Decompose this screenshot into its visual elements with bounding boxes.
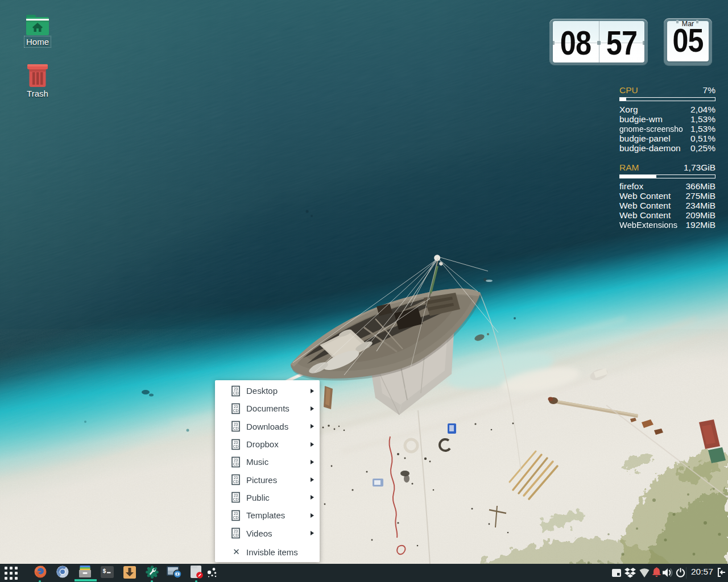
svg-text:23: 23: [234, 458, 238, 462]
svg-text:CD: CD: [233, 533, 239, 537]
svg-text:23: 23: [234, 476, 238, 480]
svg-text:23: 23: [234, 511, 238, 515]
svg-text:23: 23: [234, 440, 238, 444]
svg-text:CD: CD: [233, 480, 239, 484]
svg-text:23: 23: [234, 386, 238, 390]
svg-text:CD: CD: [233, 516, 239, 519]
svg-text:23: 23: [234, 422, 238, 426]
svg-text:23: 23: [234, 404, 238, 408]
svg-text:CD: CD: [233, 391, 239, 395]
svg-text:CD: CD: [233, 497, 239, 501]
svg-text:CD: CD: [233, 444, 239, 448]
svg-text:CD: CD: [233, 409, 239, 413]
svg-text:CD: CD: [233, 462, 239, 466]
svg-text:23: 23: [234, 493, 238, 497]
svg-text:$: $: [103, 568, 106, 575]
svg-text:CD: CD: [233, 426, 239, 430]
svg-text:23: 23: [234, 529, 238, 533]
